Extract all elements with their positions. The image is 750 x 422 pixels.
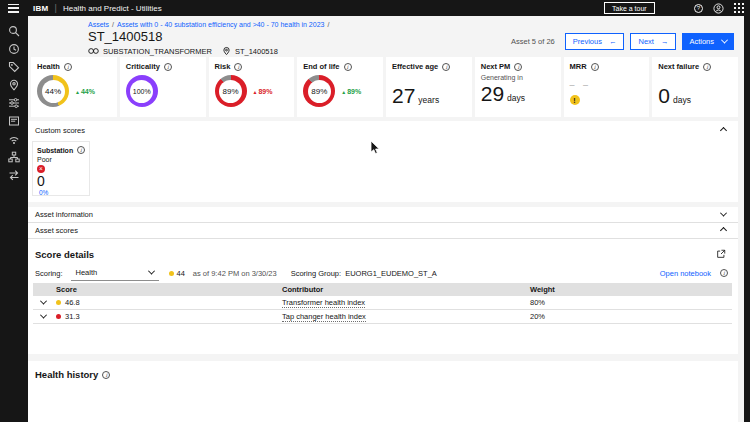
catalog-icon[interactable] [8,115,20,127]
breadcrumb-filter[interactable]: Assets with 0 - 40 substation efficiency… [117,21,324,28]
mrr-empty-value: – – [570,80,644,90]
info-icon[interactable] [703,63,711,71]
next-failure-value: 0 [658,85,670,106]
kpi-card-effective-age: Effective age 27years [386,57,472,117]
asset-controls: Asset 5 of 26 Previous Next Actions [511,33,734,50]
left-sidebar [0,16,28,422]
next-pm-value: 29 [481,83,504,104]
risk-delta: 89% [253,88,273,95]
health-history-panel: Health history [28,361,738,422]
end-of-life-donut: 89% [303,75,335,107]
info-icon[interactable] [102,371,110,379]
kpi-card-health: Health 44% 44% [31,57,117,117]
score-value: 0 [37,173,85,189]
app-switcher-icon[interactable] [734,3,744,13]
asset-information-row[interactable]: Asset information [28,207,738,223]
score-status-dot [169,271,174,276]
poor-status-icon [37,165,45,173]
scoring-group-label: Scoring Group: [291,269,341,278]
info-icon[interactable] [514,63,522,71]
criticality-donut: 100% [126,75,158,107]
launch-icon[interactable] [716,249,726,259]
compare-arrows-icon[interactable] [8,169,20,181]
user-avatar-icon[interactable] [713,3,724,14]
substation-score-card[interactable]: Substation E... Poor 0 0% [32,141,90,196]
effective-age-value: 27 [392,85,415,106]
open-notebook-link[interactable]: Open notebook [660,269,711,278]
table-header: Score Contributor Weight [33,283,732,296]
health-history-title: Health history [35,369,98,380]
expand-row-chevron[interactable] [39,298,46,305]
row-status-dot [56,300,61,305]
ibm-logo: IBM [33,4,49,13]
hierarchy-icon[interactable] [8,151,20,163]
app-window: IBM | Health and Predict - Utilities Tak… [0,0,750,422]
info-icon[interactable] [591,63,599,71]
next-button[interactable]: Next [630,33,676,50]
kpi-card-next-failure: Next failure 0days [652,57,738,117]
search-icon[interactable] [8,25,20,37]
end-of-life-delta: 89% [341,88,361,95]
kpi-card-risk: Risk 89% 89% [209,57,295,117]
table-row: 46.8 Transformer health index 80% [33,296,732,310]
row-status-dot [56,314,61,319]
info-icon[interactable] [344,63,352,71]
score-card-title: Substation E... [37,147,75,154]
risk-donut: 89% [215,75,247,107]
kpi-card-criticality: Criticality 100% [120,57,206,117]
help-icon[interactable] [694,4,703,13]
chevron-up-icon [720,227,727,234]
scoring-row: Scoring: Health 44 as of 9:42 PM on 3/30… [35,265,728,281]
contributor-link[interactable]: Transformer health index [282,298,365,308]
score-rating: Poor [37,156,85,163]
kpi-card-end-of-life: End of life 89% 89% [297,57,383,117]
score-percent: 0% [39,189,85,196]
kpi-card-row: Health 44% 44% Criticality 100% Risk 89%… [31,57,738,117]
info-icon[interactable] [164,63,172,71]
chevron-down-icon [721,37,728,44]
filter-sliders-icon[interactable] [8,97,20,109]
info-icon[interactable] [64,63,72,71]
info-icon[interactable] [234,63,242,71]
app-title: Health and Predict - Utilities [63,4,162,13]
menu-icon[interactable] [8,4,19,13]
warning-icon[interactable] [570,95,580,105]
info-icon[interactable] [442,63,450,71]
scoring-dropdown[interactable]: Health [71,266,159,281]
breadcrumb-assets[interactable]: Assets [88,21,109,28]
tag-icon[interactable] [8,61,20,73]
table-row: 31.3 Tap changer health index 20% [33,310,732,324]
top-header: IBM | Health and Predict - Utilities Tak… [0,0,750,16]
asset-sections-panel: Asset information Asset scores Score det… [28,207,738,354]
take-a-tour-button[interactable]: Take a tour [604,2,655,14]
contributors-table: Score Contributor Weight 46.8 Transforme… [33,283,732,324]
next-pm-note: Generating in [481,74,555,81]
recent-history-icon[interactable] [8,43,20,55]
chevron-down-icon [147,268,154,275]
header-divider: | [55,3,57,13]
asset-count: Asset 5 of 26 [511,37,555,46]
signal-icon[interactable] [8,133,20,145]
current-score: 44 [177,269,185,278]
score-details-title: Score details [35,249,94,260]
asset-location-label: ST_1400518 [235,47,278,56]
info-icon[interactable] [77,146,85,154]
asset-meta-row: SUBSTATION_TRANSFORMER ST_1400518 [88,46,278,56]
page-title: ST_1400518 [88,29,162,44]
breadcrumb: Assets/Assets with 0 - 40 substation eff… [88,21,332,28]
contributor-link[interactable]: Tap changer health index [282,312,366,322]
location-icon[interactable] [8,79,20,91]
actions-button[interactable]: Actions [682,33,734,50]
collapse-chevron-icon[interactable] [720,127,727,134]
scoring-group-value: EUORG1_EUDEMO_ST_A [345,269,437,278]
previous-button[interactable]: Previous [565,33,625,50]
expand-row-chevron[interactable] [39,312,46,319]
health-donut: 44% [37,75,69,107]
info-icon[interactable] [720,269,728,277]
asset-scores-row[interactable]: Asset scores [28,223,738,239]
custom-scores-panel: Custom scores Substation E... Poor 0 0% [28,121,738,202]
page-header: Assets/Assets with 0 - 40 substation eff… [28,16,744,57]
kpi-card-mrr: MRR – – [564,57,650,117]
score-timestamp: as of 9:42 PM on 3/30/23 [193,269,277,278]
health-delta: 44% [75,88,95,95]
